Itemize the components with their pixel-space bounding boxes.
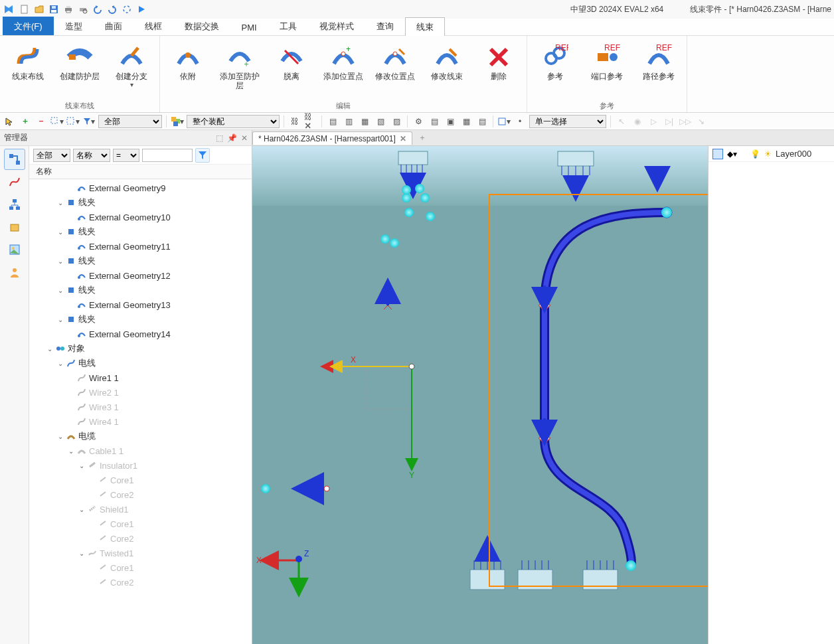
document-tab[interactable]: * Harn0426.Z3ASM - [Harnesspart001] ✕ — [252, 131, 412, 145]
filter-dropdown-icon[interactable]: ▾ — [82, 115, 96, 128]
tree-node[interactable]: External Geometry13 — [29, 297, 252, 312]
chevron-down-icon[interactable]: ⌄ — [56, 360, 65, 367]
chevron-down-icon[interactable]: ⌄ — [56, 316, 65, 323]
tree-node[interactable]: ⌄Twisted1 — [29, 546, 252, 560]
chevron-down-icon[interactable]: ⌄ — [56, 287, 65, 294]
open-icon[interactable] — [33, 3, 45, 15]
tree-node[interactable]: ⌄对象 — [29, 341, 252, 356]
box-icon[interactable] — [4, 216, 25, 238]
tab-线束[interactable]: 线束 — [405, 17, 445, 36]
tree-node[interactable]: Wire1 1 — [29, 370, 252, 385]
ribbon-harness-route[interactable]: 线束布线 — [7, 40, 49, 90]
tree-node[interactable]: Core2 — [29, 575, 252, 590]
undo-icon[interactable] — [92, 3, 104, 15]
tree[interactable]: External Geometry9⌄线夹External Geometry10… — [29, 179, 252, 644]
image-icon[interactable] — [4, 239, 25, 260]
tree-node[interactable]: Core1 — [29, 473, 252, 487]
tree-node[interactable]: External Geometry10 — [29, 210, 252, 224]
play-icon[interactable] — [135, 3, 147, 15]
tree-node[interactable]: ⌄线夹 — [29, 224, 252, 239]
add-tab-button[interactable]: ＋ — [416, 133, 428, 143]
tab-数据交换[interactable]: 数据交换 — [173, 17, 230, 35]
tree-node[interactable]: Wire4 1 — [29, 414, 252, 429]
align-bottom-icon[interactable]: ▧ — [374, 115, 387, 128]
ribbon-port-reference[interactable]: REF端口参考 — [586, 40, 628, 82]
select-rect-dropdown-icon[interactable]: ▾ — [66, 115, 80, 128]
ribbon-edit-harness[interactable]: 修改线束 — [426, 40, 468, 92]
tab-曲面[interactable]: 曲面 — [94, 17, 133, 35]
filter-op[interactable]: = — [113, 149, 139, 162]
chevron-down-icon[interactable]: ⌄ — [56, 258, 65, 265]
chevron-down-icon[interactable]: ⌄ — [66, 447, 76, 455]
lightbulb-icon[interactable]: 💡 — [750, 149, 760, 159]
filter-field[interactable]: 名称 — [73, 149, 110, 162]
cube-icon[interactable]: ▦ — [459, 115, 473, 128]
save-icon[interactable] — [48, 3, 60, 15]
tree-node[interactable]: External Geometry11 — [29, 239, 252, 254]
align-h-icon[interactable]: ▨ — [390, 115, 403, 128]
link-icon[interactable]: ⛓ — [288, 115, 301, 128]
select-dropdown-icon[interactable]: ▾ — [50, 115, 64, 128]
cursor-icon[interactable] — [3, 115, 16, 128]
tree-node[interactable]: Wire3 1 — [29, 400, 252, 414]
ribbon-attach[interactable]: 依附 — [167, 40, 209, 92]
ribbon-add-location[interactable]: +添加位置点 — [322, 40, 365, 92]
chevron-down-icon[interactable]: ⌄ — [56, 199, 65, 206]
tree-node[interactable]: ⌄Cable1 1 — [29, 443, 252, 458]
chevron-down-icon[interactable]: ⌄ — [77, 550, 86, 557]
tree-node[interactable]: ⌄电线 — [29, 356, 252, 370]
tree-node[interactable]: ⌄Shield1 — [29, 502, 252, 517]
close-icon[interactable]: ✕ — [400, 134, 406, 143]
sun-icon[interactable]: ☀ — [764, 149, 772, 159]
tree-node[interactable]: ⌄线夹 — [29, 195, 252, 210]
new-icon[interactable] — [19, 3, 31, 15]
chevron-down-icon[interactable]: ⌄ — [56, 433, 65, 440]
wire-view-icon[interactable] — [4, 171, 25, 193]
tree-node[interactable]: External Geometry9 — [29, 181, 252, 195]
chevron-down-icon[interactable]: ⌄ — [77, 506, 86, 513]
tree-node[interactable]: External Geometry12 — [29, 268, 252, 283]
align-top-icon[interactable]: ▦ — [358, 115, 371, 128]
layer-name[interactable]: Layer000 — [776, 149, 811, 159]
column-header[interactable]: 名称 — [29, 165, 252, 179]
tree-view-icon[interactable] — [4, 149, 25, 170]
tree-node[interactable]: ⌄线夹 — [29, 254, 252, 268]
tab-查询[interactable]: 查询 — [365, 17, 405, 35]
ribbon-reference[interactable]: REF参考 — [534, 40, 576, 82]
tree-node[interactable]: ⌄线夹 — [29, 312, 252, 327]
ribbon-create-cover[interactable]: 创建防护层 — [58, 40, 101, 90]
layer-swatch-icon[interactable] — [712, 149, 723, 159]
filter-scope-select[interactable]: 全部 — [98, 115, 162, 128]
manager-close-icon[interactable]: ✕ — [241, 133, 248, 143]
assembly-scope-select[interactable]: 整个装配 — [187, 115, 280, 128]
align-left-icon[interactable]: ▤ — [326, 115, 339, 128]
table-icon[interactable]: ▤ — [475, 115, 489, 128]
ribbon-delete[interactable]: 删除 — [477, 40, 520, 92]
align-center-icon[interactable]: ▥ — [342, 115, 355, 128]
ribbon-edit-location[interactable]: 修改位置点 — [374, 40, 416, 92]
tree-node[interactable]: ⌄电缆 — [29, 429, 252, 443]
tree-node[interactable]: External Geometry14 — [29, 327, 252, 341]
viewport[interactable]: ◧▾ ◨▾ ✺▾ 🖵▾ 您可以在自定义设置里设置热键 单击"帮助/显示提示"按钮… — [252, 146, 708, 644]
tree-node[interactable]: Wire2 1 — [29, 385, 252, 400]
chevron-down-icon[interactable]: ⌄ — [77, 462, 86, 469]
tab-造型[interactable]: 造型 — [54, 17, 94, 35]
tree-node[interactable]: Core2 — [29, 531, 252, 546]
ribbon-create-branch[interactable]: 创建分支▾ — [110, 40, 153, 90]
chevron-down-icon[interactable]: ⌄ — [56, 228, 65, 236]
tab-PMI[interactable]: PMI — [230, 19, 268, 35]
redo-icon[interactable] — [106, 3, 118, 15]
add-icon[interactable]: ＋ — [19, 115, 32, 128]
cube-edit-icon[interactable]: ▣ — [444, 115, 457, 128]
ribbon-path-reference[interactable]: REF路径参考 — [637, 40, 680, 82]
tab-工具[interactable]: 工具 — [268, 17, 308, 35]
subtract-icon[interactable]: － — [35, 115, 48, 128]
filter-value[interactable] — [142, 149, 193, 162]
hierarchy-icon[interactable] — [4, 194, 25, 215]
vertex-icon[interactable]: • — [513, 115, 527, 128]
tree-node[interactable]: ⌄Insulator1 — [29, 458, 252, 473]
assembly-dropdown-icon[interactable]: ▾ — [171, 115, 184, 128]
layer-visibility-icon[interactable]: ◆▾ — [727, 149, 737, 159]
ribbon-detach[interactable]: 脱离 — [270, 40, 313, 92]
print-icon[interactable] — [62, 3, 74, 15]
